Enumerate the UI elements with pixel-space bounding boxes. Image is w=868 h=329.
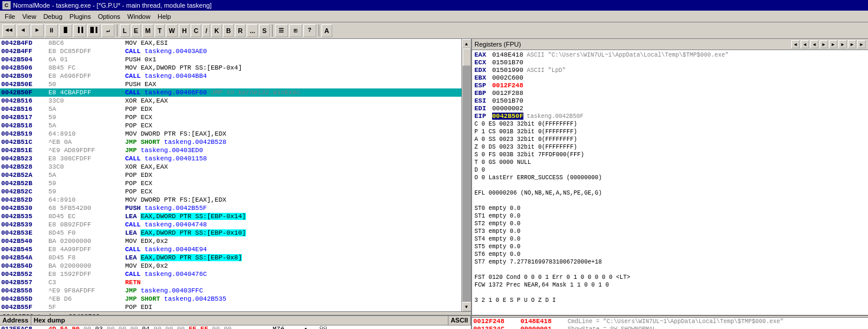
tb-grid[interactable]: ⊞ [289,24,302,37]
tb-step-out[interactable]: ▐▌▌ [87,24,100,37]
disasm-row[interactable]: 0042B50E50PUSH EAX [0,80,461,88]
disasm-row[interactable]: 0042B51759POP ECX [0,113,461,121]
regs-nav-right1[interactable]: ► [820,40,828,48]
disasm-row[interactable]: 0042B4FFE8 DC85FDFFCALL taskeng.00403AE0 [0,47,461,55]
disasm-row[interactable]: 0042B545E8 4A99FDFFCALL taskeng.00404E94 [0,245,461,254]
menu-plugins[interactable]: Plugins [66,12,94,21]
tb-play[interactable]: ► [31,24,44,37]
flag-line: O 0 LastErr ERROR_SUCCESS (00000000) [474,174,866,182]
disasm-row[interactable]: 0042B54A8D45 F8LEA EAX,DWORD PTR SS:[EBP… [0,254,461,262]
regs-nav-right5[interactable]: ► [857,40,866,48]
disasm-row[interactable]: 0042B509E8 A696FDFFCALL taskeng.00404BB4 [0,72,461,80]
disasm-row[interactable]: 0042B50FE8 4CBAFDFFCALL taskeng.00406F60… [0,88,461,97]
main-layout: 0042B4FD8BC6MOV EAX,ESI0042B4FFE8 DC85FD… [0,39,868,329]
regs-nav-left3[interactable]: ◄ [810,40,818,48]
disasm-row[interactable]: 0042B51964:8910MOV DWORD PTR FS:[EAX],ED… [0,130,461,138]
menu-file[interactable]: File [1,12,19,21]
disasm-bytes: ^EB 0A [48,138,125,146]
disasm-row[interactable]: 0042B51633C0XOR EAX,EAX [0,97,461,105]
disasm-row[interactable]: 0042B53068 5FB54200PUSH taskeng.0042B55F [0,204,461,212]
disasm-instr: LEA EAX,DWORD PTR SS:[EBP-0x10] [125,229,460,237]
disasm-row[interactable]: 0042B539E8 0B92FDFFCALL taskeng.00404748 [0,221,461,229]
disasm-bytes: 59 [48,179,125,187]
disasm-bytes: 8D45 F0 [48,229,125,237]
register-line: ESP0012F248 [474,82,866,90]
tb-m[interactable]: M [142,24,153,37]
disasm-row[interactable]: 0042B558^E9 9F8AFDFFJMP taskeng.00403FFC [0,287,461,295]
disasm-row[interactable]: 0042B5358D45 ECLEA EAX,DWORD PTR SS:[EBP… [0,212,461,221]
tb-c[interactable]: C [191,24,201,37]
disasm-row[interactable]: 0042B54DBA 02000000MOV EDX,0x2 [0,262,461,270]
disasm-row[interactable]: 0042B53E8D45 F0LEA EAX,DWORD PTR SS:[EBP… [0,229,461,237]
disasm-addr: 0042B539 [1,221,48,229]
menu-window[interactable]: Window [124,12,154,21]
stack-rows: 0012F2480148E418CmdLine = "C:\Users\WIN7… [472,318,868,329]
tb-back-back[interactable]: ◄◄ [2,24,15,37]
tb-e[interactable]: E [131,24,141,37]
scroll-down[interactable]: ▼ [462,302,471,311]
disasm-row[interactable]: 0042B52B59POP ECX [0,179,461,187]
tb-r[interactable]: R [235,24,245,37]
disasm-row[interactable]: 0042B55F5FPOP EDI [0,303,461,311]
disasm-row[interactable]: 0042B5046A 01PUSH 0x1 [0,55,461,64]
tb-list[interactable]: ☰ [275,24,288,37]
disasm-row[interactable]: 0042B5068B45 FCMOV EAX,DWORD PTR SS:[EBP… [0,64,461,72]
scroll-up[interactable]: ▲ [462,39,471,48]
scroll-thumb[interactable] [463,48,471,66]
disasm-instr: PUSH taskeng.0042B55F [125,204,460,212]
eip-line: EIP0042B50F taskeng.0042B50F [474,113,866,120]
flag-line: P 1 CS 001B 32bit 0(FFFFFFFF) [474,128,866,136]
disasm-instr: XOR EAX,EAX [125,97,460,105]
menu-debug[interactable]: Debug [40,12,65,21]
tb-w[interactable]: W [166,24,178,37]
disasm-row[interactable]: 0042B51E^E9 AD89FDFFJMP taskeng.00403ED0 [0,146,461,154]
tb-help[interactable]: ? [303,24,316,37]
tb-enter[interactable]: ↵ [101,24,114,37]
disasm-addr: 0042B530 [1,204,48,212]
tb-t[interactable]: T [155,24,165,37]
scroll-track[interactable] [463,48,471,302]
regs-nav-right3[interactable]: ► [838,40,847,48]
disasm-row[interactable]: 0042B52A5APOP EDX [0,171,461,179]
disasm-row[interactable]: 0042B51C^EB 0AJMP SHORT taskeng.0042B528 [0,138,461,146]
tb-b[interactable]: B [223,24,234,37]
tb-k[interactable]: K [211,24,222,37]
disasm-row[interactable]: 0042B55D^EB D6JMP SHORT taskeng.0042B535 [0,295,461,303]
tb-back[interactable]: ◄ [17,24,30,37]
disasm-row[interactable]: 0042B52C59POP ECX [0,187,461,196]
menu-view[interactable]: View [19,12,40,21]
disasm-bytes: 8B45 FC [48,64,125,72]
disasm-scrollbar[interactable]: ▲ ▼ [461,39,471,311]
disasm-row[interactable]: 0042B4FD8BC6MOV EAX,ESI [0,39,461,47]
disasm-row[interactable]: 0042B5185APOP ECX [0,121,461,130]
disasm-row[interactable]: 0042B5165APOP EDX [0,105,461,113]
tb-dots[interactable]: ... [247,24,258,37]
disasm-row[interactable]: 0042B523E8 308CFDFFCALL taskeng.00401158 [0,154,461,163]
disasm-row[interactable]: 0042B557C3RETN [0,278,461,287]
menu-options[interactable]: Options [94,12,124,21]
regs-nav-right4[interactable]: ► [848,40,856,48]
disasm-row[interactable]: 0042B52833C0XOR EAX,EAX [0,163,461,171]
flag-line: D 0 [474,166,866,174]
disasm-bytes: E8 A696FDFF [48,72,125,80]
dump-row: 013EEAC84D 5A 90 00 03 00 00 00 04 00 00… [0,325,471,329]
disasm-instr: CALL taskeng.00404BB4 [125,72,460,80]
disasm-pane[interactable]: 0042B4FD8BC6MOV EAX,ESI0042B4FFE8 DC85FD… [0,39,472,315]
disasm-row[interactable]: 0042B540BA 02000000MOV EDX,0x2 [0,237,461,245]
regs-nav-right2[interactable]: ► [829,40,837,48]
disasm-bytes: 5F [48,303,125,311]
disasm-instr: POP ECX [125,187,460,196]
tb-slash[interactable]: / [202,24,210,37]
tb-step-in[interactable]: ▐▌ [59,24,72,37]
tb-step-over[interactable]: ▐▐ [73,24,86,37]
tb-l[interactable]: L [120,24,130,37]
regs-nav-left1[interactable]: ◄ [791,40,800,48]
tb-s[interactable]: S [259,24,269,37]
disasm-row[interactable]: 0042B52D64:8910MOV DWORD PTR FS:[EAX],ED… [0,196,461,204]
tb-pause[interactable]: ⏸ [45,24,58,37]
tb-a[interactable]: A [322,24,332,37]
tb-h[interactable]: H [179,24,189,37]
menu-help[interactable]: Help [154,12,175,21]
regs-nav-left2[interactable]: ◄ [801,40,809,48]
disasm-row[interactable]: 0042B552E8 1592FDFFCALL taskeng.0040476C [0,270,461,278]
